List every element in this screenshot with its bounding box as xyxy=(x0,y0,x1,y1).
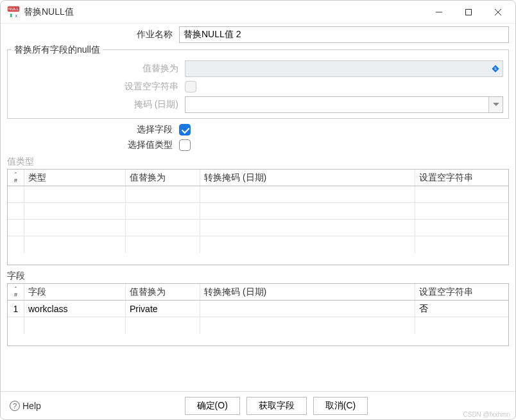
select-value-type-checkbox[interactable] xyxy=(179,139,191,151)
svg-text:x: x xyxy=(15,12,18,18)
variable-picker-icon[interactable]: s xyxy=(491,64,500,73)
window-titlebar: NULLx 替换NULL值 xyxy=(1,1,515,24)
help-button[interactable]: ? Help xyxy=(7,397,44,415)
svg-text:NULL: NULL xyxy=(8,6,19,11)
close-button[interactable] xyxy=(483,1,513,24)
field-grid[interactable]: ˆ# 字段 值替换为 转换掩码 (日期) 设置空字符串 1 workclass … xyxy=(7,283,509,346)
select-value-type-row: 选择值类型 xyxy=(7,139,509,151)
table-row[interactable]: 1 workclass Private 否 xyxy=(8,301,508,317)
table-row[interactable] xyxy=(8,220,508,236)
value-type-grid[interactable]: ˆ# 类型 值替换为 转换掩码 (日期) 设置空字符串 xyxy=(7,169,509,265)
col-replace-as: 值替换为 xyxy=(126,170,200,186)
col-set-empty: 设置空字符串 xyxy=(415,284,508,300)
svg-text:s: s xyxy=(494,66,497,71)
grid-header: ˆ# 字段 值替换为 转换掩码 (日期) 设置空字符串 xyxy=(8,284,508,301)
app-icon: NULLx xyxy=(7,6,20,19)
get-fields-button[interactable]: 获取字段 xyxy=(246,397,307,415)
table-row[interactable] xyxy=(8,317,508,334)
chevron-down-icon[interactable] xyxy=(488,97,503,112)
col-date-mask: 转换掩码 (日期) xyxy=(200,284,415,300)
fieldset-legend: 替换所有字段的null值 xyxy=(12,44,103,56)
date-mask-label: 掩码 (日期) xyxy=(13,99,185,110)
table-row[interactable] xyxy=(8,186,508,203)
col-field: 字段 xyxy=(24,284,126,300)
table-row[interactable] xyxy=(8,203,508,220)
set-empty-string-checkbox xyxy=(185,81,196,92)
ok-button[interactable]: 确定(O) xyxy=(185,397,240,415)
date-mask-row: 掩码 (日期) xyxy=(13,96,503,113)
select-value-type-label: 选择值类型 xyxy=(7,139,179,151)
value-type-section-label: 值类型 xyxy=(7,156,509,168)
job-name-input[interactable] xyxy=(179,26,509,43)
replace-value-label: 值替换为 xyxy=(13,63,185,74)
replace-value-row: 值替换为 s xyxy=(13,60,503,77)
watermark: CSDN @fxxhmn xyxy=(463,411,511,418)
col-set-empty: 设置空字符串 xyxy=(415,170,508,186)
button-bar: ? Help 确定(O) 获取字段 取消(C) xyxy=(1,391,515,419)
replace-value-input: s xyxy=(185,60,503,77)
window-title: 替换NULL值 xyxy=(24,6,74,18)
set-empty-string-label: 设置空字符串 xyxy=(13,81,185,92)
job-name-label: 作业名称 xyxy=(7,29,179,40)
col-type: 类型 xyxy=(24,170,126,186)
col-date-mask: 转换掩码 (日期) xyxy=(200,170,415,186)
maximize-button[interactable] xyxy=(454,1,483,24)
grid-header: ˆ# 类型 值替换为 转换掩码 (日期) 设置空字符串 xyxy=(8,170,508,186)
svg-rect-4 xyxy=(466,9,472,15)
cancel-button[interactable]: 取消(C) xyxy=(313,397,368,415)
field-section-label: 字段 xyxy=(7,270,509,282)
date-mask-combobox[interactable] xyxy=(185,96,503,113)
col-hash: ˆ# xyxy=(8,170,24,186)
select-field-checkbox[interactable] xyxy=(179,124,191,136)
table-row[interactable] xyxy=(8,236,508,253)
select-field-row: 选择字段 xyxy=(7,124,509,136)
replace-all-fieldset: 替换所有字段的null值 值替换为 s 设置空字符串 掩码 (日期) xyxy=(7,49,509,119)
select-field-label: 选择字段 xyxy=(7,124,179,136)
set-empty-string-row: 设置空字符串 xyxy=(13,81,503,92)
job-name-row: 作业名称 xyxy=(7,26,509,43)
help-icon: ? xyxy=(10,401,20,411)
minimize-button[interactable] xyxy=(424,1,454,24)
col-hash: ˆ# xyxy=(8,284,24,300)
col-replace-as: 值替换为 xyxy=(126,284,200,300)
